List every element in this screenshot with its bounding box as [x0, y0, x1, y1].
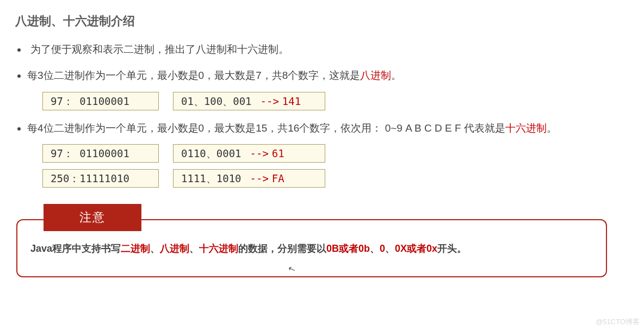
hex-binary-box-1: 97： 01100001	[42, 144, 159, 163]
arrow-icon: -->	[261, 93, 279, 109]
bullet-hex-term: 十六进制	[505, 122, 547, 134]
hex-grouped-bits-1: 0110、0001	[181, 145, 242, 162]
hex-result-2: FA	[272, 170, 284, 187]
hex-result-1: 61	[272, 145, 284, 162]
hex-example-row-2: 250：11111010 1111、1010 --> FA	[42, 169, 629, 188]
slide-page: 八进制、十六进制介绍 为了便于观察和表示二进制，推出了八进制和十六进制。 每3位…	[0, 0, 644, 277]
nt-7: 0B或者0b	[326, 243, 370, 254]
notice-callout: 注意 Java程序中支持书写二进制、八进制、十六进制的数据，分别需要以0B或者0…	[16, 204, 607, 277]
octal-grouped-box: 01、100、001 --> 141	[173, 92, 325, 110]
nt-2: 、	[150, 243, 160, 254]
arrow-icon: -->	[250, 145, 269, 162]
nt-4: 、	[189, 243, 199, 254]
bullet-hex: 每4位二进制作为一个单元，最小数是0，最大数是15，共16个数字，依次用： 0~…	[27, 120, 629, 188]
hex-grouped-box-2: 1111、1010 --> FA	[173, 169, 325, 188]
bullet-octal-pre: 每3位二进制作为一个单元，最小数是0，最大数是7，共8个数字，这就是	[27, 70, 360, 81]
hex-binary-box-2: 250：11111010	[42, 169, 159, 188]
bullet-octal-post: 。	[391, 70, 401, 81]
bullet-hex-pre: 每4位二进制作为一个单元，最小数是0，最大数是15，共16个数字，依次用： 0~…	[27, 122, 505, 134]
nt-10: 、	[385, 243, 395, 254]
bullet-hex-post: 。	[547, 122, 557, 134]
notice-text: Java程序中支持书写二进制、八进制、十六进制的数据，分别需要以0B或者0b、0…	[30, 242, 593, 255]
nt-9: 0	[380, 243, 385, 254]
octal-result: 141	[282, 93, 301, 109]
hex-example-row-1: 97： 01100001 0110、0001 --> 61	[42, 144, 629, 163]
octal-grouped-bits: 01、100、001	[181, 93, 252, 109]
nt-12: 开头。	[437, 243, 467, 254]
nt-5: 十六进制	[199, 243, 238, 254]
notice-badge: 注意	[44, 204, 141, 231]
octal-example-row: 97： 01100001 01、100、001 --> 141	[42, 92, 629, 110]
bullet-intro-text: 为了便于观察和表示二进制，推出了八进制和十六进制。	[27, 44, 289, 55]
bullet-intro: 为了便于观察和表示二进制，推出了八进制和十六进制。	[27, 41, 629, 58]
bullet-list: 为了便于观察和表示二进制，推出了八进制和十六进制。 每3位二进制作为一个单元，最…	[15, 41, 629, 188]
bullet-octal-term: 八进制	[360, 70, 391, 81]
bullet-octal: 每3位二进制作为一个单元，最小数是0，最大数是7，共8个数字，这就是八进制。 9…	[27, 67, 629, 110]
hex-grouped-bits-2: 1111、1010	[181, 170, 242, 187]
watermark: @51CTO博客	[596, 317, 640, 327]
arrow-icon: -->	[250, 170, 269, 187]
nt-11: 0X或者0x	[395, 243, 437, 254]
nt-0: Java程序中支持书写	[30, 243, 121, 254]
octal-binary-box: 97： 01100001	[42, 92, 159, 110]
nt-6: 的数据，分别需要以	[238, 243, 326, 254]
nt-3: 八进制	[160, 243, 189, 254]
nt-1: 二进制	[121, 243, 150, 254]
hex-grouped-box-1: 0110、0001 --> 61	[173, 144, 325, 163]
section-heading: 八进制、十六进制介绍	[15, 13, 629, 29]
nt-8: 、	[370, 243, 380, 254]
